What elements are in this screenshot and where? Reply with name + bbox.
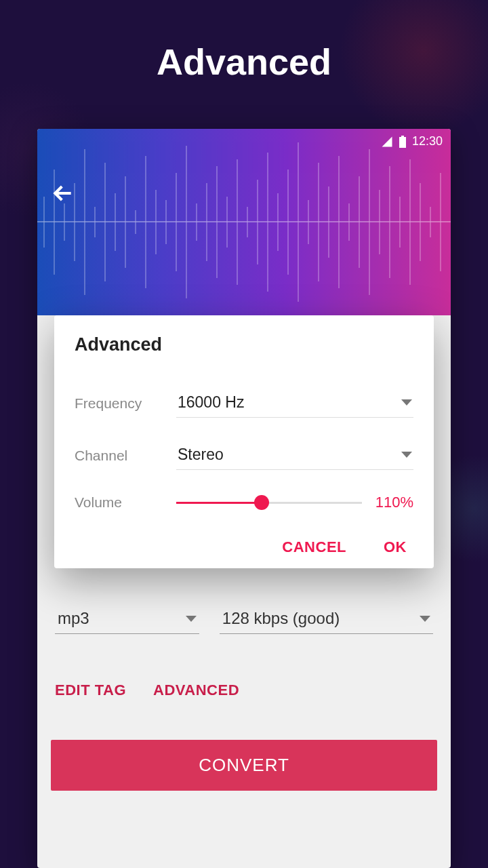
bitrate-dropdown[interactable]: 128 kbps (good) (220, 604, 433, 634)
chevron-down-icon (420, 616, 430, 622)
status-bar: 12:30 (381, 134, 443, 149)
channel-dropdown[interactable]: Stereo (176, 441, 413, 470)
format-value: mp3 (58, 609, 89, 628)
bitrate-value: 128 kbps (good) (222, 609, 340, 628)
waveform-header: 12:30 (37, 129, 451, 315)
slider-thumb[interactable] (254, 495, 269, 510)
cancel-button[interactable]: CANCEL (282, 538, 346, 556)
channel-label: Channel (75, 448, 176, 464)
slider-fill (176, 502, 262, 504)
dialog-title: Advanced (75, 334, 413, 355)
volume-label: Volume (75, 494, 176, 511)
convert-button[interactable]: CONVERT (51, 740, 437, 791)
phone-frame: 12:30 mp3 128 kbps (good) EDIT TAG ADVAN… (37, 129, 451, 868)
ok-button[interactable]: OK (384, 538, 407, 556)
content-area: mp3 128 kbps (good) EDIT TAG ADVANCED CO… (37, 604, 451, 804)
frequency-value: 16000 Hz (178, 393, 244, 412)
channel-value: Stereo (178, 446, 224, 464)
chevron-down-icon (401, 399, 412, 406)
chevron-down-icon (401, 452, 412, 458)
chevron-down-icon (186, 616, 197, 622)
advanced-dialog: Advanced Frequency 16000 Hz Channel Ster… (54, 315, 434, 568)
status-time: 12:30 (412, 134, 443, 149)
battery-icon (399, 136, 407, 148)
volume-value: 110% (375, 494, 413, 511)
waveform-graphic (37, 129, 451, 315)
signal-icon (381, 136, 393, 148)
frequency-label: Frequency (75, 395, 176, 412)
promo-title: Advanced (0, 0, 488, 83)
edit-tag-button[interactable]: EDIT TAG (55, 682, 126, 699)
format-dropdown[interactable]: mp3 (55, 604, 199, 634)
volume-slider[interactable] (176, 502, 362, 504)
arrow-left-icon (49, 180, 77, 207)
back-button[interactable] (49, 180, 77, 207)
frequency-dropdown[interactable]: 16000 Hz (176, 389, 413, 418)
advanced-button[interactable]: ADVANCED (153, 682, 239, 699)
